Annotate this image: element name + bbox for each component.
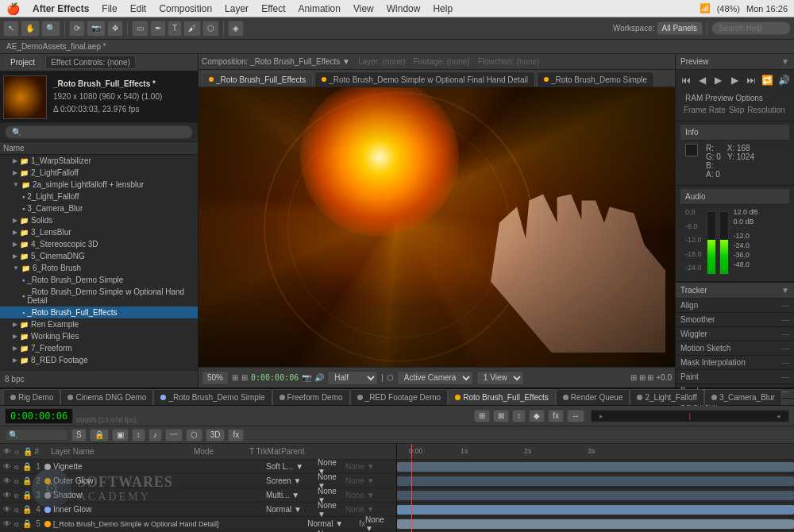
tl-btn-keys[interactable]: ◆ [529,410,545,422]
comp-tab-simple[interactable]: _Roto Brush_Demo Simple [537,71,654,87]
menu-view[interactable]: View [353,3,374,14]
eye-icon[interactable]: 👁 [3,476,13,485]
tool-clone[interactable]: ⬡ [202,21,219,37]
transport-play-stop[interactable]: ▶ [711,73,726,87]
preview-collapse[interactable]: ▼ [781,57,789,66]
tl-parent-btn[interactable]: ↕ [132,429,145,441]
tree-item-cinemadng[interactable]: ▶ 📁 5_CinemaDNG [0,250,198,262]
motion-blur-icon[interactable]: ☼ [13,491,22,499]
tool-paint[interactable]: 🖌 [183,21,201,37]
tool-roto[interactable]: ◈ [228,21,244,37]
tree-item-red[interactable]: ▶ 📁 8_RED Footage [0,354,198,366]
tree-item-working[interactable]: ▶ 📁 Working Files [0,330,198,342]
viewer-view-dropdown[interactable]: 1 View [476,371,524,385]
tl-lock-btn[interactable]: 🔒 [90,429,109,441]
tree-item-roto-simple[interactable]: ▪ _Roto Brush_Demo Simple [0,274,198,286]
layer-mode[interactable]: Soft L... ▼ [266,462,318,471]
tl-motion-btn[interactable]: 〰 [165,429,183,441]
project-search-input[interactable] [5,125,193,139]
search-input[interactable] [711,21,791,35]
bottom-tab-freeform[interactable]: Freeform Demo [272,389,350,405]
layer-mode[interactable]: Normal ▼ [307,519,359,528]
layer-name-text[interactable]: Shadow [53,491,266,499]
menu-composition[interactable]: Composition [159,3,212,14]
tree-item-ren[interactable]: ▶ 📁 Ren Example [0,318,198,330]
eye-icon[interactable]: 👁 [3,491,13,499]
layer-mode[interactable]: Screen ▼ [266,476,318,485]
tool-pan[interactable]: ✥ [107,21,123,37]
layer-name-text[interactable]: Outer Glow [53,476,266,485]
tab-project[interactable]: Project [5,56,40,69]
lock-icon[interactable]: 🔒 [22,505,32,514]
bottom-tab-roto-simple[interactable]: _Roto Brush_Demo Simple [153,389,272,405]
layer-mode[interactable]: Normal ▼ [266,505,318,514]
tree-item-rotobrush[interactable]: ▼ 📁 6_Roto Brush [0,262,198,274]
ram-preview-options[interactable]: RAM Preview Options [684,92,786,104]
tl-btn-expr[interactable]: fx [548,410,564,422]
motion-blur-icon[interactable]: ☼ [13,505,22,514]
transport-loop[interactable]: 🔁 [761,73,775,87]
apple-menu[interactable]: 🍎 [6,2,20,15]
eye-icon[interactable]: 👁 [3,519,13,528]
lock-icon[interactable]: 🔒 [22,491,32,499]
tl-btn-parent[interactable]: ↕ [512,410,526,422]
transport-to-end[interactable]: ⏭ [744,73,758,87]
tool-text[interactable]: T [168,21,182,37]
transport-to-start[interactable]: ⏮ [679,73,693,87]
tree-item-lightfalloff2[interactable]: ▪ 2_Light_Falloff [0,191,198,202]
tool-rotate[interactable]: ⟳ [69,21,85,37]
bottom-tab-render[interactable]: Render Queue [556,389,630,405]
bottom-tab-cinema[interactable]: Cinema DNG Demo [60,389,153,405]
menu-effect[interactable]: Effect [261,3,285,14]
layer-mode[interactable]: Multi... ▼ [266,491,318,499]
tree-item-solids[interactable]: ▶ 📁 Solids [0,214,198,226]
color-swatch[interactable] [685,144,698,156]
menu-help[interactable]: Help [433,3,453,14]
tool-hand[interactable]: ✋ [21,21,40,37]
menu-file[interactable]: File [102,3,117,14]
timeline-timecode[interactable]: 0:00:00:06 [5,408,73,424]
comp-tab-optional[interactable]: _Roto Brush_Demo Simple w Optional Final… [314,71,535,87]
eye-icon[interactable]: 👁 [3,505,13,514]
layer-name-text[interactable]: [_Roto Brush_Demo Simple w Optional Hand… [53,520,307,528]
tree-item-lightfalloff[interactable]: ▶ 📁 2_LightFalloff [0,167,198,179]
tree-item-camerablur[interactable]: ▪ 3_Camera_Blur [0,202,198,214]
tool-zoom[interactable]: 🔍 [41,21,60,37]
tree-item-simplelightfalloff[interactable]: ▼ 📁 2a_simple Lightfalloff + lensblur [0,179,198,191]
tree-item-lensblur[interactable]: ▶ 📁 3_LensBlur [0,226,198,238]
viewer-camera-dropdown[interactable]: Active Camera [397,371,473,385]
tl-btn-solo[interactable]: ⊞ [474,410,490,422]
tool-mask[interactable]: ▭ [132,21,148,37]
comp-tab-full-effects[interactable]: _Roto Brush_Full_Effects [202,71,313,87]
bottom-tab-red[interactable]: _RED Footage Demo [350,389,449,405]
tree-item-roto-optional[interactable]: ▪ _Roto Brush_Demo Simple w Optional Han… [0,286,198,306]
timeline-search-input[interactable] [5,429,68,441]
workspace-value[interactable]: All Panels [657,21,703,35]
bottom-tab-camera-blur[interactable]: 3_Camera_Blur [704,389,782,405]
tree-item-roto-full[interactable]: ▪ _Roto Brush_Full_Effects [0,306,198,318]
layer-name-text[interactable]: Vignette [53,462,266,471]
viewer-quality-dropdown[interactable]: HalfFullQuarter [327,371,378,385]
tab-effect-controls[interactable]: Effect Controls: (none) [45,56,136,69]
transport-next-frame[interactable]: ▶ [728,73,742,87]
viewer-zoom[interactable]: 50% [202,371,229,385]
menu-layer[interactable]: Layer [225,3,249,14]
tl-solo-btn[interactable]: S [71,429,87,441]
tool-camera[interactable]: 📷 [87,21,106,37]
tl-adj-btn[interactable]: ⬡ [186,429,202,441]
menu-animation[interactable]: Animation [299,3,341,14]
tl-label-btn[interactable]: ▣ [112,429,129,441]
tl-audio-btn[interactable]: ♪ [148,429,162,441]
lock-icon[interactable]: 🔒 [22,476,32,485]
tool-select[interactable]: ↖ [3,21,19,37]
tree-item-stereo[interactable]: ▶ 📁 4_Stereoscopic 3D [0,238,198,250]
tree-item-freeform[interactable]: ▶ 📁 7_Freeform [0,342,198,354]
motion-blur-icon[interactable]: ☼ [13,519,22,528]
motion-blur-icon[interactable]: ☼ [13,476,22,485]
tl-btn-mode[interactable]: ⊠ [493,410,509,422]
transport-prev-frame[interactable]: ◀ [696,73,710,87]
tl-fx-btn[interactable]: fx [228,429,244,441]
layer-row-4[interactable]: 👁 ☼ 🔒 4 Inner Glow Normal ▼ None ▼ None … [0,503,396,517]
tool-pen[interactable]: ✒ [150,21,166,37]
bottom-tab-light-falloff[interactable]: 2_Light_Falloff [630,389,703,405]
